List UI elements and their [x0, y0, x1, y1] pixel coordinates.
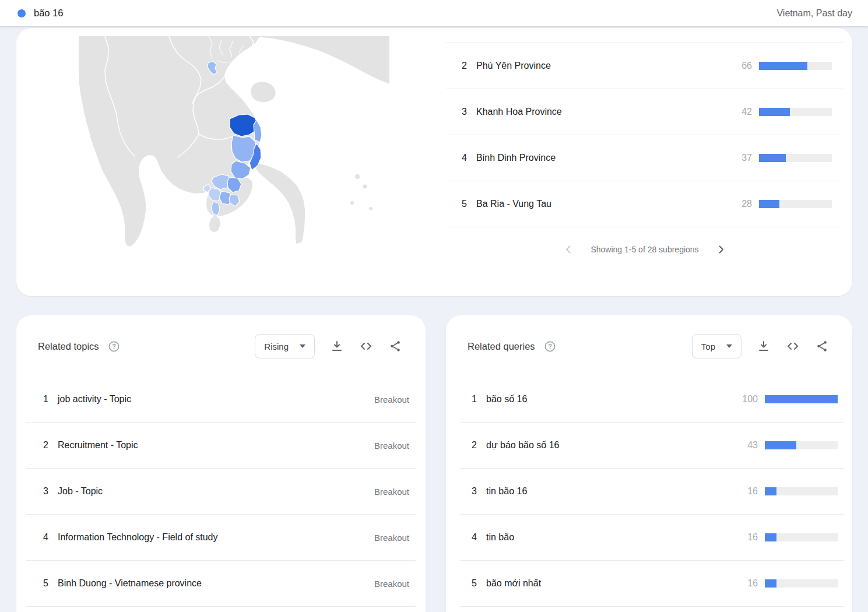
- row-value: 42: [742, 107, 752, 117]
- map-svg: [16, 28, 448, 296]
- query-row[interactable]: 1 bão số 16 100: [461, 377, 844, 423]
- interest-by-subregion-card: 2 Phú Yên Province 66 3 Khanh Hoa Provin…: [16, 28, 852, 296]
- pagination-prev-button[interactable]: [561, 242, 575, 256]
- help-icon[interactable]: ?: [107, 340, 121, 353]
- sort-selected-option: Top: [701, 342, 715, 351]
- row-label: bão mới nhất: [486, 578, 541, 589]
- related-queries-card: Related queries ? Top 1 bão số 16 100: [446, 315, 852, 612]
- row-value: 66: [742, 61, 752, 71]
- row-bar-fill: [765, 487, 776, 495]
- geo-time-scope: Vietnam, Past day: [776, 8, 852, 19]
- caret-down-icon: [726, 344, 732, 348]
- queries-sort-dropdown[interactable]: Top: [692, 334, 742, 358]
- sort-selected-option: Rising: [264, 342, 289, 351]
- topic-row[interactable]: 5 Binh Duong - Vietnamese province Break…: [26, 561, 416, 607]
- row-rank: 4: [459, 153, 467, 163]
- topic-row[interactable]: 1 job activity - Topic Breakout: [26, 377, 416, 423]
- row-label: Information Technology - Field of study: [58, 532, 218, 543]
- embed-icon[interactable]: [359, 339, 373, 353]
- row-bar-track: [765, 533, 838, 541]
- row-rank: 1: [41, 394, 48, 405]
- svg-text:?: ?: [112, 343, 116, 350]
- row-bar-fill: [759, 108, 790, 116]
- row-bar-fill: [759, 154, 786, 162]
- row-value: 16: [747, 486, 758, 497]
- row-value: 28: [742, 199, 752, 209]
- subregion-row[interactable]: 5 Ba Ria - Vung Tau 28: [446, 181, 844, 227]
- row-rank: 4: [469, 532, 477, 543]
- download-icon[interactable]: [757, 339, 771, 353]
- row-bar-fill: [765, 441, 796, 449]
- widget-title: Related topics: [38, 341, 99, 352]
- map-small-islands: [350, 174, 372, 210]
- help-icon[interactable]: ?: [543, 340, 557, 353]
- widget-title: Related queries: [468, 341, 535, 352]
- subregion-list: 2 Phú Yên Province 66 3 Khanh Hoa Provin…: [446, 43, 844, 227]
- row-rank: 5: [469, 578, 477, 589]
- row-bar-track: [759, 200, 832, 208]
- row-label: Binh Duong - Vietnamese province: [58, 578, 202, 589]
- row-value: 43: [747, 440, 758, 451]
- trends-explore-header: bão 16 Vietnam, Past day: [0, 0, 868, 26]
- query-row[interactable]: 5 bão mới nhất 16: [461, 561, 844, 607]
- row-rank: 2: [459, 61, 467, 71]
- topic-row[interactable]: 2 Recruitment - Topic Breakout: [26, 423, 416, 469]
- row-label: Khanh Hoa Province: [476, 107, 562, 117]
- row-breakout-badge: Breakout: [374, 395, 409, 405]
- pagination-status: Showing 1-5 of 28 subregions: [591, 245, 698, 254]
- row-value: 37: [742, 153, 752, 163]
- map-landmass: [79, 36, 305, 247]
- map-china-coast: [243, 36, 389, 84]
- row-label: bão số 16: [486, 394, 527, 405]
- search-term: bão 16: [34, 8, 63, 19]
- row-breakout-badge: Breakout: [374, 441, 409, 451]
- related-topics-header: Related topics ? Rising: [16, 333, 426, 359]
- row-rank: 2: [41, 440, 48, 451]
- row-bar-track: [765, 395, 838, 403]
- term-color-dot: [17, 9, 26, 17]
- row-label: dự báo bão số 16: [486, 440, 559, 451]
- row-bar-fill: [765, 579, 776, 588]
- row-breakout-badge: Breakout: [374, 487, 409, 497]
- vietnam-subregion-map[interactable]: [16, 28, 448, 296]
- map-province-coast-1: [254, 120, 262, 142]
- row-rank: 1: [469, 394, 477, 405]
- subregion-row[interactable]: 4 Binh Dinh Province 37: [446, 135, 844, 181]
- query-row[interactable]: 4 tin bão 16: [461, 515, 844, 561]
- share-icon[interactable]: [388, 339, 402, 353]
- svg-text:?: ?: [548, 343, 552, 350]
- topic-row[interactable]: 4 Information Technology - Field of stud…: [26, 515, 416, 561]
- related-topics-card: Related topics ? Rising 1 job activity -…: [16, 315, 426, 612]
- related-topics-list: 1 job activity - Topic Breakout 2 Recrui…: [26, 377, 416, 607]
- pagination-next-button[interactable]: [714, 242, 728, 256]
- embed-icon[interactable]: [786, 339, 800, 353]
- row-label: Job - Topic: [58, 486, 103, 497]
- query-row[interactable]: 3 tin bão 16 16: [461, 469, 844, 515]
- row-rank: 2: [469, 440, 477, 451]
- row-rank: 5: [459, 199, 467, 209]
- row-breakout-badge: Breakout: [374, 533, 409, 543]
- row-bar-fill: [759, 200, 779, 208]
- row-breakout-badge: Breakout: [374, 579, 409, 589]
- row-bar-track: [765, 487, 838, 495]
- row-label: Binh Dinh Province: [476, 153, 556, 163]
- row-value: 16: [747, 578, 758, 589]
- row-bar-fill: [759, 62, 807, 70]
- topic-row[interactable]: 3 Job - Topic Breakout: [26, 469, 416, 515]
- related-queries-header: Related queries ? Top: [446, 333, 852, 359]
- topics-sort-dropdown[interactable]: Rising: [255, 334, 315, 358]
- download-icon[interactable]: [330, 339, 344, 353]
- row-label: Ba Ria - Vung Tau: [476, 199, 551, 209]
- row-rank: 5: [41, 578, 48, 589]
- row-bar-track: [759, 62, 832, 70]
- subregion-row[interactable]: 3 Khanh Hoa Province 42: [446, 89, 844, 135]
- map-hainan-island: [251, 82, 275, 103]
- subregion-pagination: Showing 1-5 of 28 subregions: [446, 235, 844, 264]
- row-rank: 3: [459, 107, 467, 117]
- row-label: Phú Yên Province: [476, 61, 551, 71]
- subregion-row[interactable]: 2 Phú Yên Province 66: [446, 43, 844, 89]
- share-icon[interactable]: [815, 339, 829, 353]
- query-row[interactable]: 2 dự báo bão số 16 43: [461, 423, 844, 469]
- related-queries-list: 1 bão số 16 100 2 dự báo bão số 16 43 3 …: [461, 377, 844, 607]
- row-rank: 3: [469, 486, 477, 497]
